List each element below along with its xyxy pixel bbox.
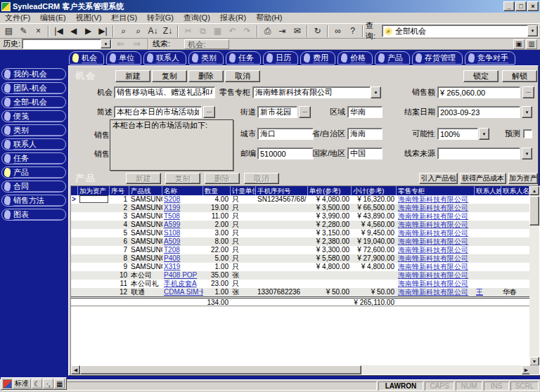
counter-link[interactable]: 海南蜂新科技有限公司 xyxy=(398,246,468,254)
history-dropdown-button[interactable]: ▼ xyxy=(101,39,111,48)
product-link[interactable]: A599 xyxy=(164,221,180,228)
street-input[interactable] xyxy=(257,106,297,118)
counter-link[interactable]: 海南蜂新科技有限公司 xyxy=(398,204,468,211)
menu-item-1[interactable]: 编辑(E) xyxy=(35,13,71,23)
sidebar-item-team-opportunities[interactable]: 团队-机会 xyxy=(1,82,66,94)
table-row[interactable]: 7SAMSUNGT20822.00只¥ 3,300.00¥ 72,600.00海… xyxy=(71,246,529,254)
counter-link[interactable]: 海南蜂新科技有限公司 xyxy=(398,237,468,245)
search-preview-icon[interactable]: ⌕ xyxy=(131,25,146,38)
table-row[interactable]: 11本公司礼手机皮套A23.00只海南蜂新科技有限公司 xyxy=(71,280,529,288)
counter-link[interactable]: 海南蜂新科技有限公司 xyxy=(398,212,468,220)
context-help-icon[interactable]: ? xyxy=(345,25,360,38)
scroll-left-button[interactable]: ◀ xyxy=(71,365,80,374)
forward-icon[interactable]: ⇒ xyxy=(129,37,144,51)
province-input[interactable] xyxy=(347,128,382,140)
tab-competitors[interactable]: 竞争对手 xyxy=(465,51,515,65)
product-link[interactable]: X199 xyxy=(164,204,180,211)
vscroll-thumb[interactable] xyxy=(529,196,539,226)
ime-mode-button[interactable]: 标准 xyxy=(13,379,31,388)
menu-item-7[interactable]: 帮助(H) xyxy=(251,13,287,23)
table-row[interactable]: 9SAMSUNGX3191.00只¥ 4,800.00¥ 4,800.00海南蜂… xyxy=(71,263,529,271)
table-row[interactable]: 8SAMSUNGP4085.00只¥ 5,580.00¥ 27,900.00海南… xyxy=(71,254,529,263)
product-link[interactable]: 手机皮套A xyxy=(164,280,197,287)
counter-link[interactable]: 海南蜂新科技有限公司 xyxy=(398,221,468,228)
next-record-icon[interactable]: ▶ xyxy=(81,25,96,38)
query-dropdown-button[interactable]: ▼ xyxy=(527,25,538,37)
counter-link[interactable]: 海南蜂新科技有限公司 xyxy=(398,263,468,270)
add-as-asset-button[interactable]: 加为资产 xyxy=(508,173,538,184)
product-link[interactable]: T508 xyxy=(164,212,180,220)
export-icon[interactable]: ⇥ xyxy=(275,25,290,38)
summary-ellipsis-button[interactable]: ... xyxy=(203,106,215,118)
sort-ascending-icon[interactable]: A↓ xyxy=(146,25,160,38)
minimize-button[interactable]: _ xyxy=(503,1,515,11)
import-product-package-button[interactable]: 引入产品包 xyxy=(419,173,458,184)
opportunity-new-button[interactable]: 新建 xyxy=(115,70,150,82)
history-combobox[interactable]: ▼ xyxy=(22,39,112,49)
tab-category[interactable]: 类别 xyxy=(188,51,224,65)
tab-contacts[interactable]: 联系人 xyxy=(143,51,186,65)
tab-tasks[interactable]: 任务 xyxy=(226,51,261,65)
ime-logo-icon[interactable] xyxy=(3,379,12,388)
summary-input[interactable] xyxy=(114,106,202,118)
last-record-icon[interactable]: ▶| xyxy=(96,25,110,38)
sidebar-item-all-opportunities[interactable]: 全部-机会 xyxy=(1,96,66,108)
hscroll-thumb[interactable] xyxy=(80,365,361,374)
tab-prices[interactable]: 价格 xyxy=(338,51,373,65)
col-unit[interactable]: 计量单位 xyxy=(231,186,256,195)
col-name[interactable]: 名称 xyxy=(162,186,203,195)
sidebar-item-products[interactable]: 产品 xyxy=(1,166,66,178)
table-row[interactable]: 3SAMSUNGT50811.00只¥ 3,990.00¥ 43,890.00海… xyxy=(71,212,529,221)
product-link[interactable]: S208 xyxy=(164,195,180,203)
print-icon[interactable]: ⎙ xyxy=(260,25,275,38)
lead-source-dropdown-button[interactable]: ▼ xyxy=(522,148,532,159)
counter-link[interactable]: 海南蜂新科技有限公司 xyxy=(398,229,468,237)
product-link[interactable]: T208 xyxy=(164,246,180,254)
lead-source-input[interactable] xyxy=(437,148,520,159)
back-icon[interactable]: ⇐ xyxy=(113,37,128,51)
counter-link[interactable]: 海南蜂新科技有限公司 xyxy=(398,280,468,287)
table-row[interactable]: 5SAMSUNGS1083.00只¥ 3,150.00¥ 9,450.00海南蜂… xyxy=(71,229,529,237)
table-row[interactable]: 10本公司P408 POP35.00张海南蜂新科技有限公司 xyxy=(71,271,529,280)
opportunity-cancel-button[interactable]: 取消 xyxy=(225,70,260,82)
unlock-button[interactable]: 解锁 xyxy=(502,70,537,82)
find-binoculars-icon[interactable]: ∞ xyxy=(330,25,345,38)
col-sub[interactable]: 小计(参考) xyxy=(352,186,397,195)
col-first[interactable]: 联系人名 xyxy=(501,186,529,195)
col-asset[interactable]: 加为资产 xyxy=(78,186,110,195)
tab-products[interactable]: 产品 xyxy=(375,51,410,65)
counter-dropdown-button[interactable]: ▼ xyxy=(371,86,381,98)
tab-company[interactable]: 单位 xyxy=(106,51,141,65)
asset-cell-editor[interactable] xyxy=(79,195,108,203)
sidebar-item-contacts[interactable]: 联系人 xyxy=(1,138,66,150)
menu-item-5[interactable]: 查询(Q) xyxy=(179,13,215,23)
counter-link[interactable]: 海南蜂新科技有限公司 xyxy=(398,271,468,279)
sidebar-item-contracts[interactable]: 合同 xyxy=(1,181,66,192)
table-row[interactable]: 4SAMSUNGA5992.00只¥ 2,280.00¥ 4,560.00海南蜂… xyxy=(71,221,529,229)
col-seq[interactable]: 序号 xyxy=(110,186,129,195)
col-line[interactable]: 产品线 xyxy=(129,186,162,195)
country-input[interactable] xyxy=(347,148,382,159)
product-link[interactable]: P408 POP xyxy=(164,271,197,279)
opportunity-delete-button[interactable]: 删除 xyxy=(188,70,224,82)
product-link[interactable]: S108 xyxy=(164,229,180,237)
probability-dropdown-button[interactable]: ▼ xyxy=(479,128,489,140)
sidebar-item-my-opportunities[interactable]: 我的-机会 xyxy=(1,68,66,80)
table-row[interactable]: >1SAMSUNGS2084.00只SN1234567/68/¥ 4,080.0… xyxy=(71,195,529,204)
counter-link[interactable]: 海南蜂新科技有限公司 xyxy=(398,254,468,262)
forecast-checkbox[interactable] xyxy=(523,129,532,138)
ime-punctuation-icon[interactable]: ·, xyxy=(43,379,53,388)
product-link[interactable]: CDMA SIM卡 xyxy=(164,288,203,296)
zip-input[interactable] xyxy=(257,148,314,159)
close-date-dropdown-button[interactable]: ▼ xyxy=(522,106,532,118)
product-link[interactable]: P408 xyxy=(164,254,180,262)
sort-descending-icon[interactable]: Z↓ xyxy=(160,25,175,38)
city-input[interactable] xyxy=(257,128,314,140)
sidebar-item-tasks[interactable]: 任务 xyxy=(1,152,66,164)
first-record-icon[interactable]: |◀ xyxy=(51,25,66,38)
menu-item-0[interactable]: 文件(F) xyxy=(0,13,35,23)
window-layout-icon[interactable]: ▥ xyxy=(526,39,537,49)
close-button[interactable]: × xyxy=(527,1,539,11)
edit-record-icon[interactable]: ✎ xyxy=(16,25,31,38)
close-date-input[interactable] xyxy=(437,106,520,118)
